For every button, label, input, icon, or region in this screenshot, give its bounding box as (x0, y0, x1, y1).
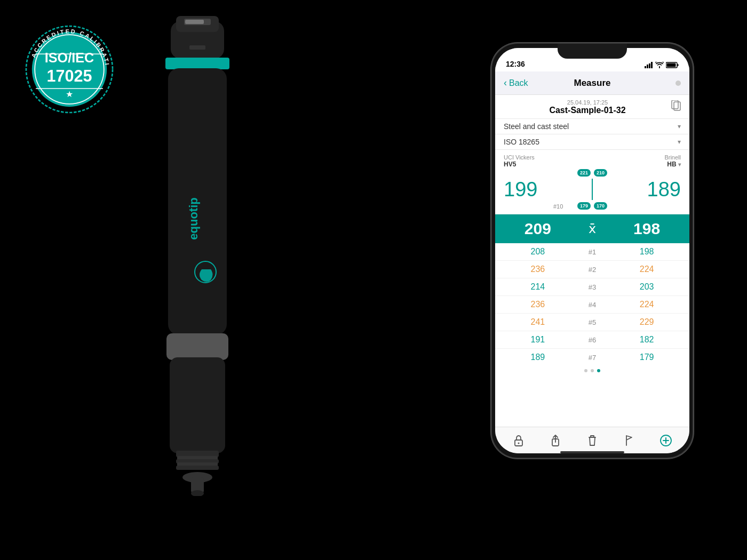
chevron-left-icon: ‹ (504, 77, 507, 89)
page-dots (495, 366, 689, 373)
table-row: 208 #1 198 (495, 243, 689, 261)
gauge-dot-bottom2: 170 (594, 202, 607, 210)
cell-right-0: 198 (613, 247, 681, 257)
svg-rect-13 (189, 45, 205, 50)
summary-middle: x̄ (572, 221, 613, 236)
battery-icon (666, 62, 679, 68)
sample-info: 25.04.19, 17:25 Cast-Sample-01-32 (504, 99, 671, 115)
svg-text:17025: 17025 (46, 67, 92, 85)
svg-rect-30 (649, 63, 650, 68)
standard-dropdown[interactable]: ISO 18265 ▾ (495, 134, 689, 150)
iso-badge: ACCREDITED CALIBRATION ISO/IEC 17025 ★ (21, 21, 117, 117)
share-button[interactable] (546, 431, 565, 450)
phone-notch (558, 44, 627, 59)
table-row: 189 #7 179 (495, 349, 689, 366)
phone-frame: 12:36 (491, 43, 694, 459)
svg-text:ISO/IEC: ISO/IEC (45, 50, 94, 65)
sample-name: Cast-Sample-01-32 (504, 106, 671, 115)
cell-mid-6: #7 (572, 354, 613, 362)
device-illustration: equotip (128, 16, 267, 507)
cell-left-5: 191 (504, 335, 572, 345)
table-row: 236 #4 224 (495, 296, 689, 314)
svg-rect-19 (170, 357, 225, 453)
cell-mid-1: #2 (572, 266, 613, 274)
svg-rect-28 (645, 66, 646, 68)
page-dot (597, 369, 600, 372)
cell-mid-3: #4 (572, 301, 613, 309)
gauge-left-label: UCI Vickers HV5 (504, 154, 535, 168)
table-row: 191 #6 182 (495, 331, 689, 349)
gauge-dots-top: 221 210 (577, 169, 607, 177)
svg-rect-18 (166, 333, 228, 360)
cell-left-4: 241 (504, 317, 572, 327)
cell-left-1: 236 (504, 265, 572, 274)
delete-button[interactable] (583, 431, 602, 450)
svg-point-38 (518, 442, 520, 444)
page-dot (591, 369, 594, 372)
svg-rect-33 (678, 64, 679, 66)
gauge-right-value: 189 (647, 178, 681, 201)
cell-right-3: 224 (613, 300, 681, 309)
sample-date: 25.04.19, 17:25 (504, 99, 671, 106)
cell-left-6: 189 (504, 353, 572, 362)
lock-button[interactable] (509, 431, 528, 450)
gauge-center-line (592, 179, 593, 200)
cell-right-4: 229 (613, 317, 681, 327)
app-content: 25.04.19, 17:25 Cast-Sample-01-32 Steel … (495, 95, 689, 427)
nav-title: Measure (574, 78, 611, 89)
gauge-center: 221 210 #10 179 170 (543, 169, 641, 210)
data-table: 208 #1 198 236 #2 224 214 #3 203 236 #4 … (495, 243, 689, 366)
dropdown-arrow-material: ▾ (678, 123, 681, 130)
svg-rect-24 (176, 466, 219, 470)
back-button[interactable]: ‹ Back (504, 77, 528, 89)
summary-row: 209 x̄ 198 (495, 214, 689, 243)
svg-text:equotip: equotip (187, 197, 200, 239)
material-dropdown[interactable]: Steel and cast steel ▾ (495, 119, 689, 134)
svg-rect-14 (165, 58, 229, 69)
gauge-area: UCI Vickers HV5 Brinell HB ▾ 199 (495, 150, 689, 214)
dropdown-arrow-standard: ▾ (678, 138, 681, 146)
row-label: #10 (553, 203, 563, 210)
copy-icon[interactable] (671, 100, 681, 115)
signal-icon (645, 62, 653, 68)
gauge-dot-top2: 210 (594, 169, 607, 177)
svg-rect-31 (651, 62, 653, 68)
summary-right: 198 (613, 220, 681, 238)
flag-button[interactable] (619, 431, 639, 450)
svg-rect-29 (647, 65, 648, 68)
cell-left-0: 208 (504, 247, 572, 257)
nav-indicator-dot (676, 81, 681, 86)
standard-label: ISO 18265 (504, 138, 539, 146)
gauge-dot-bottom1: 179 (577, 202, 591, 210)
table-row: 214 #3 203 (495, 278, 689, 296)
phone-frame-container: 12:36 (491, 43, 694, 459)
gauge-right-label: Brinell HB ▾ (664, 154, 681, 168)
bottom-toolbar (495, 427, 689, 453)
gauge-dot-top1: 221 (577, 169, 591, 177)
summary-left: 209 (504, 220, 572, 238)
gauge-labels: UCI Vickers HV5 Brinell HB ▾ (504, 154, 681, 168)
page-dot (584, 369, 587, 372)
cell-left-3: 236 (504, 300, 572, 309)
wifi-icon (655, 62, 664, 68)
add-button[interactable] (656, 431, 676, 450)
phone-screen: 12:36 (495, 48, 689, 453)
cell-right-6: 179 (613, 353, 681, 362)
status-icons (645, 62, 679, 68)
cell-mid-5: #6 (572, 336, 613, 344)
gauge-dots-bottom: #10 179 170 (577, 202, 607, 210)
cell-mid-2: #3 (572, 283, 613, 291)
back-label: Back (509, 78, 528, 88)
cell-left-2: 214 (504, 282, 572, 292)
svg-rect-34 (667, 63, 676, 67)
svg-rect-12 (185, 20, 204, 24)
cell-right-5: 182 (613, 335, 681, 345)
nav-bar: ‹ Back Measure (495, 71, 689, 95)
table-row: 241 #5 229 (495, 314, 689, 331)
home-indicator (560, 451, 624, 453)
svg-text:★: ★ (66, 89, 73, 99)
cell-mid-0: #1 (572, 248, 613, 256)
material-label: Steel and cast steel (504, 122, 569, 131)
cell-right-2: 203 (613, 282, 681, 292)
gauge-values: 199 221 210 #10 179 170 (504, 169, 681, 210)
